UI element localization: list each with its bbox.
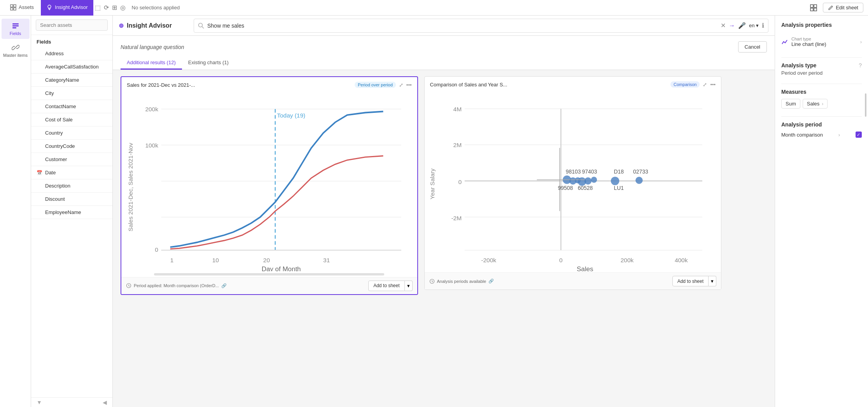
clock-icon-2: [429, 279, 435, 284]
field-item-description[interactable]: Description: [31, 179, 112, 193]
properties-scrollbar[interactable]: [865, 93, 866, 117]
grid-layout-icon[interactable]: [807, 2, 820, 14]
analysis-type-title: Analysis type: [781, 62, 816, 68]
svg-point-59: [591, 177, 597, 182]
link-icon[interactable]: 🔗: [221, 283, 227, 288]
chart-header-2: Comparison of Sales and Year S... Compar…: [425, 77, 721, 91]
link-icon-2[interactable]: 🔗: [488, 279, 494, 284]
measure-tag-sales[interactable]: Sales ›: [803, 99, 828, 109]
chart-title-2: Comparison of Sales and Year S...: [430, 82, 668, 88]
link-icon: [12, 44, 19, 51]
grid-view-icon[interactable]: ⊞: [112, 4, 117, 11]
add-to-sheet-arrow-2[interactable]: ▾: [709, 276, 716, 286]
grid-icon: [10, 4, 16, 11]
field-item-costofsale[interactable]: Cost of Sale: [31, 113, 112, 126]
help-icon[interactable]: ?: [859, 62, 862, 68]
cancel-button[interactable]: Cancel: [738, 41, 767, 53]
marquee-select-icon[interactable]: ⬚: [95, 4, 101, 11]
nav-tab-insight[interactable]: Insight Advisor: [41, 0, 93, 16]
sidebar-item-fields[interactable]: Fields: [2, 19, 30, 39]
period-checkbox[interactable]: [856, 132, 862, 138]
field-item-city[interactable]: City: [31, 87, 112, 100]
svg-text:98103: 98103: [565, 168, 581, 175]
toolbar-icons: ⬚ ⟳ ⊞ ◎: [95, 4, 126, 11]
chart-card-1[interactable]: Sales for 2021-Dec vs 2021-... Period ov…: [121, 76, 418, 295]
svg-text:-2M: -2M: [451, 215, 462, 221]
scroll-down-icon[interactable]: ▼: [37, 399, 42, 405]
add-to-sheet-button-2[interactable]: Add to sheet: [672, 276, 709, 286]
svg-point-4: [48, 5, 51, 8]
field-item-avgcall[interactable]: AverageCallSatisfaction: [31, 60, 112, 74]
more-options-icon[interactable]: •••: [406, 82, 412, 88]
sidebar-fields-label: Fields: [10, 31, 21, 36]
svg-text:0: 0: [155, 246, 158, 253]
lasso-icon[interactable]: ◎: [120, 4, 126, 11]
rotate-icon[interactable]: ⟳: [104, 4, 109, 11]
svg-text:400k: 400k: [674, 257, 688, 263]
expand-icon-2[interactable]: ⤢: [703, 82, 707, 88]
fields-title: Fields: [31, 35, 112, 47]
nlq-label: Natural language question: [121, 44, 184, 50]
chart-actions-2: ⤢ •••: [703, 82, 716, 88]
measure-arrow: ›: [822, 101, 823, 107]
add-to-sheet-button-1[interactable]: Add to sheet: [368, 281, 404, 291]
svg-text:97403: 97403: [582, 168, 597, 175]
arrow-right-icon[interactable]: →: [729, 22, 735, 29]
field-item-country[interactable]: Country: [31, 126, 112, 140]
chart-header-1: Sales for 2021-Dec vs 2021-... Period ov…: [121, 77, 417, 91]
content-area: Fields Address AverageCallSatisfaction C…: [31, 16, 868, 407]
nav-tab-insight-label: Insight Advisor: [55, 4, 88, 10]
tab-existing-charts[interactable]: Existing charts (1): [182, 56, 235, 70]
svg-text:1: 1: [170, 257, 174, 263]
svg-text:60528: 60528: [578, 185, 593, 191]
chart-footer-1: Period applied: Month comparison (OrderD…: [121, 277, 417, 294]
svg-text:02733: 02733: [633, 168, 648, 175]
ia-search-input[interactable]: [207, 23, 718, 29]
svg-text:4M: 4M: [453, 106, 461, 112]
svg-point-60: [611, 177, 619, 185]
chart-badge-2: Comparison: [670, 81, 700, 88]
more-options-icon-2[interactable]: •••: [710, 82, 716, 88]
field-item-discount[interactable]: Discount: [31, 193, 112, 206]
tab-additional-results[interactable]: Additional results (12): [121, 56, 182, 70]
field-item-address[interactable]: Address: [31, 47, 112, 60]
insight-icon: [46, 4, 52, 11]
field-item-contact[interactable]: ContactName: [31, 100, 112, 113]
field-item-customer[interactable]: Customer: [31, 153, 112, 166]
period-arrow-icon[interactable]: ›: [838, 132, 840, 138]
info-icon[interactable]: ℹ: [762, 22, 764, 29]
measure-tag-sum[interactable]: Sum: [781, 99, 800, 109]
divider-3: [781, 116, 862, 117]
mic-icon[interactable]: 🎤: [738, 22, 746, 29]
measures-title: Measures: [781, 89, 862, 95]
ia-logo-icon: [119, 21, 124, 30]
nav-tab-assets[interactable]: Assets: [5, 0, 39, 16]
line-chart-icon: [781, 39, 788, 46]
field-item-date[interactable]: 📅 Date: [31, 166, 112, 179]
analysis-periods-label: Analysis periods available: [437, 279, 486, 284]
clear-search-icon[interactable]: ✕: [721, 22, 726, 29]
lang-selector[interactable]: en ▾: [749, 23, 759, 28]
nlq-section: Natural language question Cancel Additio…: [113, 36, 775, 70]
chart-type-item[interactable]: Chart type Line chart (line) ›: [781, 34, 862, 49]
field-item-employeename[interactable]: EmployeeName: [31, 206, 112, 219]
svg-point-16: [121, 25, 122, 26]
edit-sheet-button[interactable]: Edit sheet: [823, 3, 863, 12]
field-item-category[interactable]: CategoryName: [31, 74, 112, 87]
add-to-sheet-arrow-1[interactable]: ▾: [405, 281, 413, 291]
search-input[interactable]: [36, 19, 108, 31]
chart-scrollbar[interactable]: [154, 273, 384, 275]
sidebar-item-master[interactable]: Master items: [2, 40, 30, 61]
field-item-countrycode[interactable]: CountryCode: [31, 140, 112, 153]
ia-search-icons: ✕ → 🎤 en ▾ ℹ: [721, 22, 764, 29]
svg-point-58: [584, 177, 592, 185]
expand-icon[interactable]: ⤢: [399, 82, 403, 88]
analysis-type-section: Analysis type ? Period over period: [781, 62, 862, 76]
chart-type-label: Chart type: [791, 37, 857, 41]
svg-text:0: 0: [559, 257, 563, 263]
collapse-icon[interactable]: ◀: [103, 399, 107, 405]
svg-text:2M: 2M: [453, 142, 461, 148]
results-tabs: Additional results (12) Existing charts …: [121, 56, 767, 70]
chart-card-2[interactable]: Comparison of Sales and Year S... Compar…: [424, 76, 722, 290]
ia-title: Insight Advisor: [127, 22, 189, 29]
